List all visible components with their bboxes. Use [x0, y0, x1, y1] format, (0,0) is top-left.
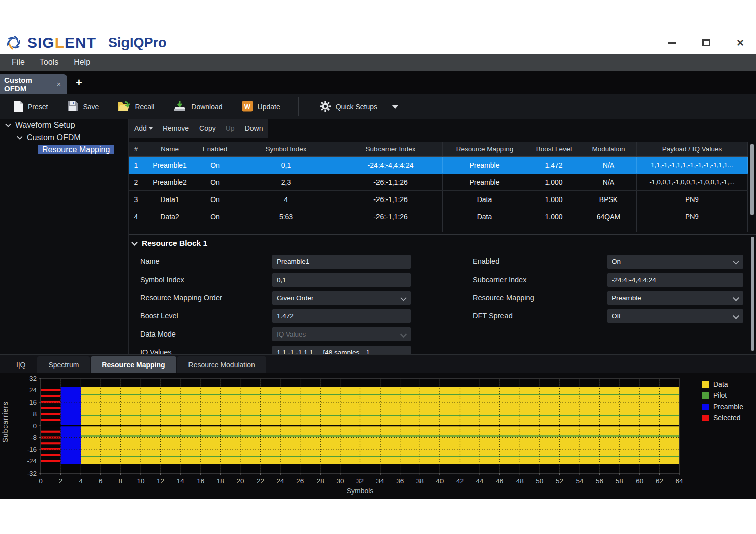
- empty-cell: [443, 225, 527, 232]
- table-actions-bar: AddRemoveCopyUpDown: [129, 119, 268, 138]
- name-input[interactable]: Preamble1: [272, 255, 411, 269]
- column-header-payload-iq-values: Payload / IQ Values: [637, 142, 748, 156]
- field-label-data-mode: Data Mode: [140, 327, 176, 341]
- download-button[interactable]: Download: [167, 98, 228, 116]
- quick-setups-label: Quick Setups: [336, 103, 377, 111]
- menu-help[interactable]: Help: [67, 56, 97, 69]
- cell-: 2: [129, 174, 143, 190]
- tree-item-waveform-setup[interactable]: Waveform Setup: [0, 119, 128, 131]
- svg-text:8: 8: [33, 410, 37, 418]
- boost-level-input[interactable]: 1.472: [272, 309, 411, 323]
- cell-name: Data2: [143, 208, 197, 225]
- action-button-label: Up: [226, 124, 235, 132]
- empty-cell: [129, 225, 143, 232]
- siglent-swirl-logo-icon: [5, 34, 22, 51]
- column-header-: #: [129, 142, 143, 156]
- tree-item-custom-ofdm[interactable]: Custom OFDM: [0, 131, 128, 144]
- svg-text:8: 8: [119, 477, 123, 485]
- view-tab-bar: I|QSpectrumResource MappingResource Modu…: [0, 354, 756, 373]
- tab-close-icon[interactable]: ×: [55, 80, 63, 88]
- empty-cell: [637, 225, 748, 232]
- field-label-resource-mapping-order: Resource Mapping Order: [140, 291, 222, 305]
- cell-payload-iq-values: 1,1,-1,-1,1,1,-1,-1,-1,-1,1,1...: [637, 157, 748, 173]
- recall-button[interactable]: Recall: [112, 98, 160, 116]
- resource-mapping-chart: 0246810121416182022242628303234363840424…: [12, 374, 687, 498]
- cell-symbol-index: 0,1: [233, 157, 339, 173]
- quick-setups-caret-icon[interactable]: [392, 105, 399, 109]
- svg-text:-16: -16: [27, 446, 37, 453]
- remove-button[interactable]: Remove: [158, 122, 194, 135]
- view-tab-i-q[interactable]: I|Q: [5, 356, 36, 373]
- table-row[interactable]: 3Data1On4-26:-1,1:26Data1.000BPSKPN9: [129, 191, 748, 208]
- copy-button[interactable]: Copy: [194, 122, 221, 135]
- toolbar: PresetSaveRecallDownloadWUpdateQuick Set…: [0, 94, 756, 119]
- empty-cell: [143, 225, 197, 232]
- view-tab-spectrum[interactable]: Spectrum: [37, 356, 90, 373]
- resource-mapping-select[interactable]: Preamble: [607, 291, 743, 305]
- minimize-button[interactable]: [666, 37, 677, 48]
- download-arrow-icon: [173, 101, 186, 113]
- legend-label: Preamble: [713, 403, 743, 411]
- svg-text:24: 24: [29, 386, 37, 394]
- dft-spread-select[interactable]: Off: [607, 309, 743, 323]
- svg-text:36: 36: [396, 477, 404, 485]
- new-tab-button[interactable]: +: [73, 76, 85, 89]
- update-button[interactable]: WUpdate: [236, 98, 286, 116]
- svg-text:46: 46: [496, 477, 503, 485]
- tree-item-label: Custom OFDM: [27, 133, 81, 142]
- svg-text:32: 32: [356, 477, 364, 485]
- legend-item-data: Data: [702, 380, 743, 388]
- toolbar-button-label: Update: [258, 103, 280, 111]
- view-tab-resource-mapping[interactable]: Resource Mapping: [91, 356, 176, 373]
- menu-bar: FileToolsHelp: [0, 54, 756, 71]
- quick-setups-button[interactable]: Quick Setups: [313, 97, 384, 117]
- close-button[interactable]: ×: [735, 37, 746, 48]
- chevron-down-icon[interactable]: [5, 123, 11, 127]
- preset-button[interactable]: Preset: [7, 97, 54, 117]
- up-button[interactable]: Up: [221, 122, 240, 135]
- chevron-down-icon[interactable]: [17, 136, 23, 140]
- symbol-index-input[interactable]: 0,1: [272, 273, 411, 287]
- save-button[interactable]: Save: [61, 98, 105, 116]
- maximize-button[interactable]: [701, 37, 712, 48]
- table-row[interactable]: 1Preamble1On0,1-24:4:-4,4:4:24Preamble1.…: [129, 157, 748, 174]
- siglent-wordmark: SIGLENT: [27, 34, 96, 51]
- resource-block-header[interactable]: Resource Block 1: [131, 239, 207, 248]
- svg-text:50: 50: [536, 477, 543, 485]
- enabled-select[interactable]: On: [607, 255, 743, 269]
- add-button[interactable]: Add: [129, 122, 158, 135]
- svg-text:48: 48: [516, 477, 524, 485]
- cell-boost-level: 1.000: [527, 191, 581, 208]
- toolbar-button-label: Download: [191, 103, 222, 111]
- tab-custom-ofdm[interactable]: Custom OFDM ×: [0, 74, 67, 94]
- column-header-enabled: Enabled: [197, 142, 233, 156]
- resource-mapping-order-select[interactable]: Given Order: [272, 291, 411, 305]
- iq-values-input[interactable]: 1,1,-1,-1,1,1,... [48 samples ...]: [272, 346, 411, 354]
- down-button[interactable]: Down: [240, 122, 268, 135]
- column-header-modulation: Modulation: [581, 142, 637, 156]
- legend-swatch: [702, 392, 709, 399]
- tree-item-resource-mapping[interactable]: Resource Mapping: [0, 144, 128, 156]
- cell-resource-mapping: Preamble: [443, 174, 527, 190]
- cell-subcarrier-index: -26:-1,1:26: [339, 208, 443, 225]
- subcarrier-index-input[interactable]: -24:4:-4,4:4:24: [607, 273, 743, 287]
- form-scrollbar[interactable]: [751, 237, 754, 351]
- legend-swatch: [702, 415, 709, 421]
- cell-resource-mapping: Data: [443, 208, 527, 225]
- cell-enabled: On: [197, 208, 233, 225]
- cell-modulation: 64QAM: [581, 208, 637, 225]
- waveform-tree: Waveform SetupCustom OFDMResource Mappin…: [0, 119, 129, 354]
- table-scrollbar[interactable]: [750, 144, 754, 215]
- menu-file[interactable]: File: [5, 56, 31, 69]
- svg-text:12: 12: [157, 477, 164, 485]
- legend-item-selected: Selected: [702, 414, 743, 422]
- table-row[interactable]: 2Preamble2On2,3-26:-1,1:26Preamble1.000N…: [129, 174, 748, 191]
- menu-tools[interactable]: Tools: [33, 56, 65, 69]
- action-button-label: Copy: [199, 124, 216, 132]
- maximize-icon: [702, 39, 710, 46]
- view-tab-resource-modulation[interactable]: Resource Modulation: [177, 356, 266, 373]
- table-row[interactable]: 4Data2On5:63-26:-1,1:26Data1.00064QAMPN9: [129, 208, 748, 225]
- cell-: 1: [129, 157, 143, 173]
- cell-name: Preamble2: [143, 174, 197, 190]
- toolbar-button-label: Save: [83, 103, 99, 111]
